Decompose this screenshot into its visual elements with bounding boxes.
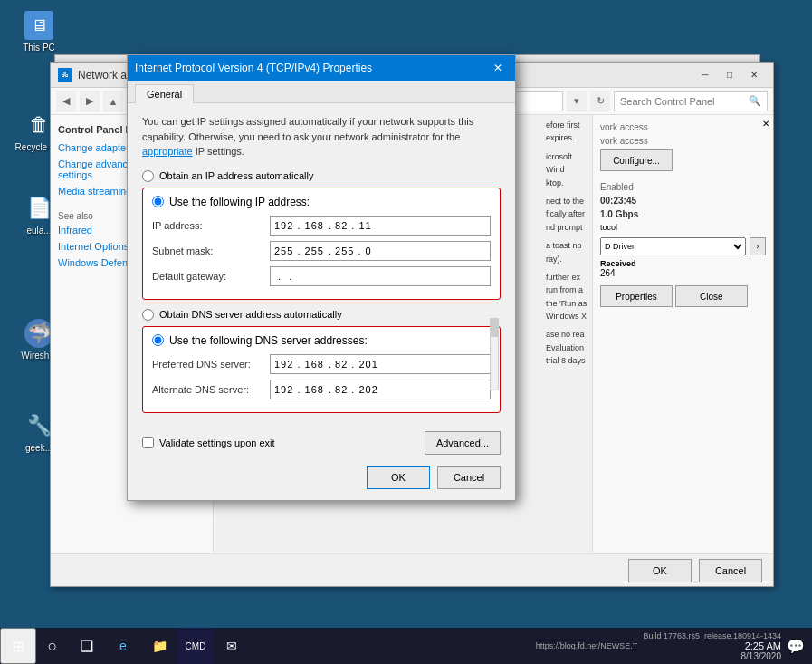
- properties-btn[interactable]: Properties: [600, 285, 673, 307]
- ip-address-input[interactable]: [270, 216, 491, 236]
- network-close-btn[interactable]: ✕: [742, 66, 766, 84]
- network-icon: 🖧: [58, 68, 72, 82]
- preferred-dns-input[interactable]: [270, 354, 491, 374]
- ipv4-dialog-title: Internet Protocol Version 4 (TCP/IPv4) P…: [135, 62, 488, 74]
- dialog-body: You can get IP settings assigned automat…: [128, 103, 515, 424]
- taskbar-time: 2:25 AM: [643, 640, 781, 651]
- taskbar-url: https://blog.fd.net/NEWSE.T: [536, 641, 638, 650]
- cancel-btn[interactable]: Cancel: [437, 466, 501, 489]
- auto-ip-label[interactable]: Obtain an IP address automatically: [159, 170, 313, 181]
- adapter-panel: ✕ vork access vork access Configure... E…: [592, 115, 773, 553]
- desktop-icon-this-pc[interactable]: 🖥 This PC: [7, 7, 71, 56]
- validate-checkbox[interactable]: [142, 437, 154, 448]
- auto-dns-radio-item: Obtain DNS server address automatically: [142, 309, 501, 321]
- eula-label: eula...: [26, 226, 51, 236]
- mail-button[interactable]: ✉: [214, 628, 250, 664]
- ip-scrollbar[interactable]: [490, 318, 499, 390]
- ip-scrollbar-thumb[interactable]: [491, 319, 498, 337]
- search-input[interactable]: [620, 96, 745, 107]
- cortana-button[interactable]: ○: [36, 628, 69, 664]
- use-dns-label[interactable]: Use the following DNS server addresses:: [169, 334, 368, 347]
- ipv4-dialog-titlebar: Internet Protocol Version 4 (TCP/IPv4) P…: [128, 55, 515, 81]
- adapter-close-btn[interactable]: Close: [675, 285, 748, 307]
- adapter-close-x[interactable]: ✕: [762, 119, 769, 129]
- auto-ip-radio[interactable]: [142, 170, 154, 182]
- use-ip-radio[interactable]: [152, 196, 164, 207]
- up-btn[interactable]: ▲: [103, 91, 123, 111]
- dialog-footer: Validate settings upon exit Advanced... …: [128, 424, 515, 500]
- subnet-mask-label: Subnet mask:: [152, 245, 270, 256]
- back-btn[interactable]: ◀: [56, 91, 76, 111]
- forward-btn[interactable]: ▶: [80, 91, 100, 111]
- refresh-btn[interactable]: ↻: [590, 91, 610, 111]
- ipv4-close-btn[interactable]: ✕: [488, 58, 508, 78]
- use-ip-label[interactable]: Use the following IP address:: [169, 196, 310, 208]
- taskbar-right: https://blog.fd.net/NEWSE.T Build 17763.…: [536, 631, 812, 661]
- dialog-buttons: OK Cancel: [142, 466, 501, 489]
- received-value: 264: [600, 268, 766, 278]
- preferred-dns-label: Preferred DNS server:: [152, 359, 270, 370]
- network-minimize-btn[interactable]: ─: [693, 66, 717, 84]
- use-dns-radio[interactable]: [152, 334, 164, 346]
- ok-btn[interactable]: OK: [367, 466, 430, 489]
- configure-btn[interactable]: Configure...: [600, 149, 673, 171]
- edge-button[interactable]: e: [105, 628, 141, 664]
- taskbar: ⊞ ○ ❑ e 📁 CMD ✉ https://blog.fd.net/NEWS…: [0, 628, 812, 664]
- advanced-btn[interactable]: Advanced...: [425, 431, 501, 455]
- dns-section: Use the following DNS server addresses: …: [142, 326, 501, 413]
- use-ip-section: Use the following IP address: IP address…: [142, 188, 501, 300]
- ip-address-label: IP address:: [152, 220, 270, 231]
- task-view-button[interactable]: ❑: [69, 628, 105, 664]
- start-button[interactable]: ⊞: [0, 628, 36, 664]
- explorer-button[interactable]: 📁: [141, 628, 177, 664]
- cmd-button[interactable]: CMD: [177, 628, 214, 664]
- search-box[interactable]: 🔍: [614, 91, 768, 111]
- dropdown-btn[interactable]: ▾: [567, 91, 587, 111]
- ipv4-dialog: Internet Protocol Version 4 (TCP/IPv4) P…: [127, 54, 516, 501]
- dialog-description: You can get IP settings assigned automat…: [142, 114, 501, 159]
- driver-select[interactable]: D Driver: [600, 237, 746, 255]
- default-gateway-input[interactable]: [270, 266, 491, 286]
- notification-icon[interactable]: 💬: [787, 638, 805, 655]
- validate-label[interactable]: Validate settings upon exit: [159, 438, 275, 448]
- alternate-dns-row: Alternate DNS server:: [152, 380, 491, 399]
- this-pc-label: This PC: [23, 43, 55, 53]
- adapter-info: Enabled 00:23:45 1.0 Gbps tocol D Driver: [600, 182, 766, 307]
- alternate-dns-label: Alternate DNS server:: [152, 384, 270, 395]
- taskbar-date: 8/13/2020: [643, 651, 781, 661]
- taskbar-build: Build 17763.rs5_release.180914-1434 2:25…: [643, 631, 781, 661]
- network-maximize-btn[interactable]: □: [718, 66, 741, 84]
- search-icon: 🔍: [749, 95, 761, 107]
- alternate-dns-input[interactable]: [270, 380, 491, 399]
- auto-ip-radio-item: Obtain an IP address automatically: [142, 170, 501, 182]
- network-cancel-btn[interactable]: Cancel: [699, 559, 762, 582]
- validate-row: Validate settings upon exit Advanced...: [142, 431, 501, 455]
- dialog-tabs: General: [128, 81, 515, 103]
- expand-btn[interactable]: ›: [750, 237, 766, 255]
- notif-text: efore first expires. icrosoft Wind ktop.…: [542, 115, 592, 371]
- network-window-controls: ─ □ ✕: [693, 66, 766, 84]
- auto-dns-label[interactable]: Obtain DNS server address automatically: [159, 309, 342, 320]
- auto-dns-radio[interactable]: [142, 309, 154, 321]
- subnet-mask-input[interactable]: [270, 241, 491, 261]
- preferred-dns-row: Preferred DNS server:: [152, 354, 491, 374]
- tab-general[interactable]: General: [135, 84, 194, 103]
- this-pc-icon: 🖥: [24, 11, 53, 40]
- network-footer: OK Cancel: [51, 553, 773, 586]
- default-gateway-row: Default gateway:: [152, 266, 491, 286]
- default-gateway-label: Default gateway:: [152, 271, 270, 282]
- appropriate-link[interactable]: appropriate: [142, 146, 193, 157]
- subnet-mask-row: Subnet mask:: [152, 241, 491, 261]
- network-ok-btn[interactable]: OK: [628, 559, 692, 582]
- ip-address-row: IP address:: [152, 216, 491, 236]
- geek-label: geek...: [25, 443, 53, 453]
